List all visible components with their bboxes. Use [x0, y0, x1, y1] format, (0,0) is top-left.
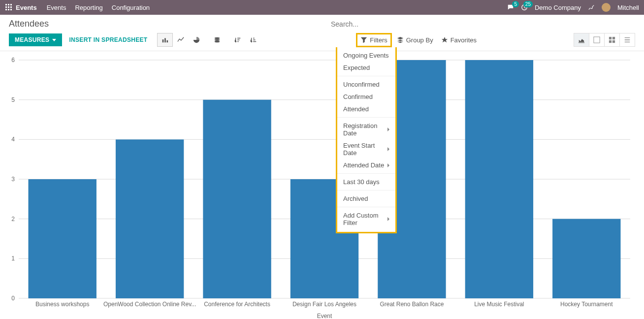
filter-add-custom[interactable]: Add Custom Filter: [337, 209, 395, 229]
filter-confirmed[interactable]: Confirmed: [337, 91, 395, 103]
star-icon: [441, 36, 448, 43]
svg-rect-0: [5, 4, 7, 5]
svg-rect-10: [162, 39, 164, 42]
filter-event-start-date[interactable]: Event Start Date: [337, 139, 395, 159]
svg-text:Design Fair Los Angeles: Design Fair Los Angeles: [292, 301, 356, 308]
svg-text:Great Reno Ballon Race: Great Reno Ballon Race: [380, 301, 444, 308]
view-switcher: [574, 33, 635, 47]
svg-rect-35: [29, 179, 97, 298]
caret-down-icon: [52, 39, 56, 41]
favorites-label: Favorites: [451, 36, 477, 44]
nav-link-events[interactable]: Events: [47, 4, 66, 11]
svg-rect-7: [8, 9, 9, 10]
messages-badge: 5: [512, 1, 519, 7]
filter-attended-date[interactable]: Attended Date: [337, 159, 395, 171]
toolbar: MEASURES INSERT IN SPREADSHEET Filters G…: [0, 31, 644, 51]
filter-unconfirmed[interactable]: Unconfirmed: [337, 78, 395, 91]
sort-asc-button[interactable]: [246, 33, 261, 47]
control-panel: Attendees: [0, 15, 644, 31]
svg-text:Event: Event: [317, 313, 332, 319]
nav-link-configuration[interactable]: Configuration: [112, 4, 150, 11]
svg-rect-12: [167, 40, 168, 42]
svg-rect-6: [5, 9, 7, 10]
apps-icon[interactable]: [5, 3, 13, 11]
list-view-button[interactable]: [619, 33, 635, 47]
nav-link-reporting[interactable]: Reporting: [75, 4, 102, 11]
chart: 0123456Business workshopsOpenWood Collec…: [9, 55, 635, 319]
company-switcher[interactable]: Demo Company: [535, 4, 581, 11]
filters-label: Filters: [370, 36, 387, 44]
svg-rect-16: [594, 37, 600, 43]
debug-icon[interactable]: [588, 4, 595, 11]
filter-attended[interactable]: Attended: [337, 103, 395, 115]
svg-rect-11: [165, 38, 166, 43]
layers-icon: [397, 36, 404, 43]
caret-right-icon: [387, 128, 389, 131]
svg-rect-5: [10, 6, 12, 8]
svg-rect-4: [8, 6, 9, 8]
svg-rect-8: [10, 9, 12, 10]
svg-rect-3: [5, 6, 7, 8]
search-controls: Filters Group By Favorites: [359, 35, 477, 45]
app-brand[interactable]: Events: [16, 4, 37, 11]
line-chart-button[interactable]: [173, 33, 189, 47]
kanban-view-button[interactable]: [604, 33, 620, 47]
pie-chart-button[interactable]: [189, 33, 204, 47]
stacked-button[interactable]: [209, 33, 225, 47]
graph-view-button[interactable]: [574, 33, 589, 47]
caret-right-icon: [387, 217, 389, 221]
user-name[interactable]: Mitchell: [617, 4, 639, 11]
filter-ongoing-events[interactable]: Ongoing Events: [337, 49, 395, 62]
svg-rect-1: [8, 4, 9, 5]
svg-text:Business workshops: Business workshops: [35, 301, 89, 308]
activities-button[interactable]: 25: [521, 4, 528, 11]
activities-badge: 25: [523, 1, 533, 7]
bar-chart-svg: 0123456Business workshopsOpenWood Collec…: [9, 55, 635, 319]
avatar[interactable]: [602, 3, 611, 12]
measures-button[interactable]: MEASURES: [9, 33, 62, 46]
sort-desc-button[interactable]: [230, 33, 246, 47]
svg-text:6: 6: [11, 57, 15, 64]
funnel-icon: [360, 36, 367, 43]
svg-rect-47: [552, 219, 620, 298]
svg-text:0: 0: [11, 295, 15, 302]
group-by-label: Group By: [406, 36, 433, 44]
caret-right-icon: [387, 163, 389, 167]
svg-point-13: [215, 37, 220, 39]
pivot-view-button[interactable]: [589, 33, 605, 47]
page-title: Attendees: [9, 19, 49, 29]
svg-text:5: 5: [11, 96, 15, 103]
caret-right-icon: [387, 147, 389, 151]
svg-rect-20: [612, 40, 615, 43]
svg-text:Live Music Festival: Live Music Festival: [474, 301, 524, 308]
filter-expected[interactable]: Expected: [337, 62, 395, 74]
search-input[interactable]: [330, 20, 637, 29]
filter-archived[interactable]: Archived: [337, 192, 395, 205]
svg-text:4: 4: [11, 136, 15, 143]
filter-registration-date[interactable]: Registration Date: [337, 120, 395, 139]
bar-chart-button[interactable]: [157, 33, 173, 47]
svg-point-15: [215, 41, 220, 43]
svg-text:OpenWood Collection Online Rev: OpenWood Collection Online Rev...: [103, 301, 196, 308]
filters-dropdown: Ongoing Events Expected Unconfirmed Conf…: [336, 47, 397, 233]
svg-text:Conference for Architects: Conference for Architects: [204, 301, 270, 308]
svg-rect-39: [203, 100, 271, 298]
svg-rect-19: [609, 40, 612, 43]
top-nav: Events Events Reporting Configuration 5 …: [0, 0, 644, 15]
svg-text:2: 2: [11, 216, 15, 223]
filter-last-30-days[interactable]: Last 30 days: [337, 176, 395, 188]
messages-button[interactable]: 5: [507, 4, 514, 11]
svg-rect-18: [612, 37, 615, 39]
svg-rect-2: [10, 4, 12, 5]
filters-button[interactable]: Filters: [356, 33, 391, 47]
svg-rect-37: [116, 139, 184, 298]
svg-text:Hockey Tournament: Hockey Tournament: [560, 301, 613, 308]
group-by-button[interactable]: Group By: [397, 36, 433, 44]
svg-rect-45: [465, 60, 533, 298]
insert-spreadsheet-button[interactable]: INSERT IN SPREADSHEET: [69, 36, 147, 43]
svg-rect-17: [609, 37, 612, 39]
svg-point-14: [215, 39, 220, 41]
chart-type-group: [157, 33, 261, 47]
svg-text:1: 1: [11, 255, 15, 262]
favorites-button[interactable]: Favorites: [441, 36, 477, 44]
